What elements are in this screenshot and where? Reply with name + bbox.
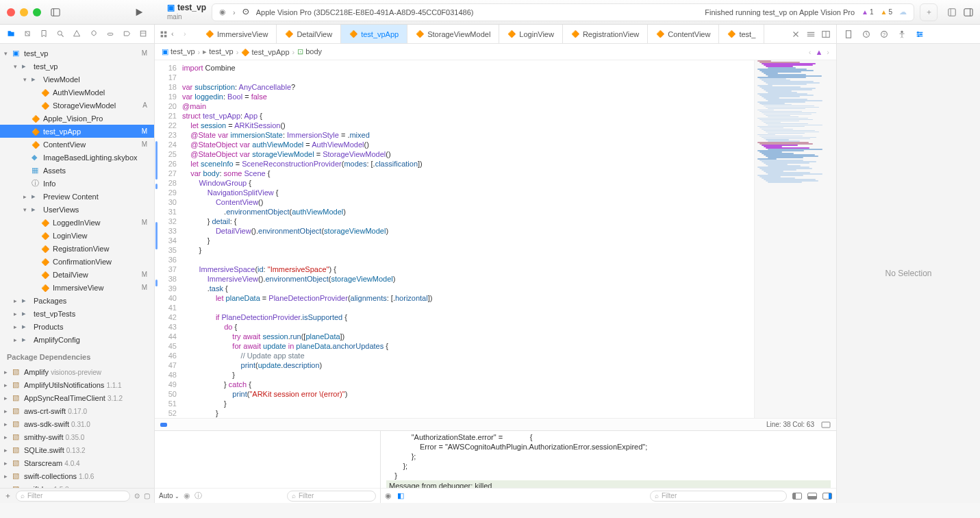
package-dependency-item[interactable]: ▸▧Starscream 4.0.4 bbox=[0, 456, 154, 469]
navigator-item[interactable]: 🔶StorageViewModelA bbox=[0, 99, 154, 112]
navigator-item[interactable]: 🔶ContentViewM bbox=[0, 138, 154, 151]
show-console-icon[interactable] bbox=[822, 493, 832, 500]
metal-debug-icon[interactable]: ◧ bbox=[397, 491, 404, 500]
package-dependency-item[interactable]: ▸▧smithy-swift 0.35.0 bbox=[0, 430, 154, 443]
navigator-item[interactable]: ▸▸Packages bbox=[0, 294, 154, 307]
editor-options-icon[interactable] bbox=[806, 29, 816, 39]
yellow-issue-badge[interactable]: ▲5 bbox=[881, 8, 892, 16]
debug-navigator-icon[interactable] bbox=[106, 29, 114, 39]
console-output[interactable]: "AuthorizationState.error" = { Error = "… bbox=[381, 431, 836, 488]
navigator-item[interactable]: 🔶DetailViewM bbox=[0, 268, 154, 281]
breadcrumb-segment[interactable]: 🔶 test_vpApp bbox=[241, 48, 289, 56]
navigator-item[interactable]: 🔶RegistrationView bbox=[0, 242, 154, 255]
breadcrumb-segment[interactable]: ▣ test_vp bbox=[162, 47, 195, 56]
auto-scope-selector[interactable]: Auto ⌄ bbox=[159, 492, 179, 500]
breadcrumb[interactable]: ▣ test_vp›▸ test_vp›🔶 test_vpApp›⊡ body‹… bbox=[155, 44, 836, 60]
navigator-item[interactable]: 🔶test_vpAppM bbox=[0, 125, 154, 138]
navigator-item[interactable]: ▸▸Preview Content bbox=[0, 190, 154, 203]
project-navigator-icon[interactable] bbox=[7, 29, 15, 39]
navigator-item[interactable]: ◆ImageBasedLighting.skybox bbox=[0, 151, 154, 164]
editor-tab[interactable]: 🔶test_ bbox=[719, 25, 764, 43]
console-output-toggle-icon[interactable]: ◉ bbox=[385, 491, 392, 500]
variables-filter[interactable]: ⌕ Filter bbox=[287, 491, 376, 502]
editor-tab[interactable]: 🔶DetailView bbox=[277, 25, 341, 43]
file-inspector-icon[interactable] bbox=[844, 29, 853, 39]
scheme-selector[interactable]: ▣test_vp main bbox=[167, 3, 206, 20]
editor-tab[interactable]: 🔶RegistrationView bbox=[563, 25, 648, 43]
adjust-editor-icon[interactable] bbox=[791, 29, 801, 39]
package-dependency-item[interactable]: ▸▧SQLite.swift 0.13.2 bbox=[0, 443, 154, 456]
navigator-item[interactable]: 🔶ImmersiveViewM bbox=[0, 281, 154, 294]
cloud-icon[interactable]: ☁︎ bbox=[899, 8, 907, 16]
navigator-item[interactable]: ⓘInfo bbox=[0, 177, 154, 190]
purple-issue-badge[interactable]: ▲1 bbox=[862, 8, 873, 16]
svg-marker-2 bbox=[136, 8, 143, 16]
add-target-icon[interactable]: ＋ bbox=[4, 491, 12, 501]
package-dependency-item[interactable]: ▸▧Amplify visionos-preview bbox=[0, 365, 154, 378]
editor-tab[interactable]: 🔶LoginView bbox=[499, 25, 563, 43]
navigator-item[interactable]: 🔶AuthViewModel bbox=[0, 86, 154, 99]
navigator-item[interactable]: ▾▸UserViews bbox=[0, 203, 154, 216]
source-control-navigator-icon[interactable] bbox=[23, 29, 32, 39]
navigator-item[interactable]: ▦Assets bbox=[0, 164, 154, 177]
package-dependency-item[interactable]: ▸▧AppSyncRealTimeClient 3.1.2 bbox=[0, 391, 154, 404]
navigator-item[interactable]: 🔶LoggedInViewM bbox=[0, 216, 154, 229]
package-dependency-item[interactable]: ▸▧aws-crt-swift 0.17.0 bbox=[0, 404, 154, 417]
library-icon[interactable] bbox=[947, 8, 957, 17]
console-filter[interactable]: ⌕ Filter bbox=[650, 491, 787, 502]
navigator-item[interactable]: ▾▣test_vpM bbox=[0, 47, 154, 60]
navigator-item[interactable]: ▸▸AmplifyConfig bbox=[0, 333, 154, 346]
issues-navigator-icon[interactable] bbox=[73, 29, 81, 39]
activity-view[interactable]: ◉ › ⵙ Apple Vision Pro (3D5C218E-E8E0-49… bbox=[212, 3, 914, 21]
reports-navigator-icon[interactable] bbox=[139, 29, 147, 39]
package-dependency-item[interactable]: ▸▧aws-sdk-swift 0.31.0 bbox=[0, 417, 154, 430]
show-debug-bar-icon[interactable] bbox=[807, 493, 817, 500]
minimap[interactable] bbox=[754, 60, 836, 418]
run-button[interactable] bbox=[134, 8, 144, 17]
navigator-item[interactable]: ▾▸ViewModel bbox=[0, 73, 154, 86]
package-dependency-item[interactable]: ▸▧AmplifyUtilsNotifications 1.1.1 bbox=[0, 378, 154, 391]
editor-tab[interactable]: 🔶ImmersiveView bbox=[197, 25, 277, 43]
show-variables-icon[interactable] bbox=[792, 493, 802, 500]
navigator-item[interactable]: ▸▸test_vpTests bbox=[0, 307, 154, 320]
related-items-icon[interactable] bbox=[159, 29, 168, 39]
code-body[interactable]: import Combinevar subscription: AnyCance… bbox=[181, 60, 754, 418]
breadcrumb-segment[interactable]: ⊡ body bbox=[297, 47, 322, 56]
sidebar-toggle-icon[interactable] bbox=[51, 8, 60, 17]
scm-filter-icon[interactable]: ⊙ bbox=[134, 492, 140, 500]
info-icon[interactable]: ⓘ bbox=[194, 491, 202, 501]
navigator-item[interactable]: 🔶Apple_Vision_Pro bbox=[0, 112, 154, 125]
breakpoint-navigator-icon[interactable] bbox=[123, 29, 131, 39]
issue-prev-icon[interactable]: ▲ bbox=[815, 48, 822, 56]
close-button[interactable] bbox=[7, 8, 15, 16]
forward-icon[interactable]: › bbox=[184, 29, 193, 39]
help-inspector-icon[interactable]: ? bbox=[879, 29, 889, 39]
attributes-inspector-icon[interactable] bbox=[915, 29, 925, 39]
navigator-item[interactable]: 🔶LoginView bbox=[0, 229, 154, 242]
inspector-toggle-icon[interactable] bbox=[964, 8, 973, 17]
navigator-item[interactable]: ▸▸Products bbox=[0, 320, 154, 333]
tests-navigator-icon[interactable] bbox=[90, 29, 98, 39]
bookmark-navigator-icon[interactable] bbox=[40, 29, 48, 39]
navigator-item[interactable]: 🔶ConfirmationView bbox=[0, 255, 154, 268]
accessibility-inspector-icon[interactable] bbox=[897, 29, 907, 39]
navigator-item[interactable]: ▾▸test_vp bbox=[0, 60, 154, 73]
recent-filter-icon[interactable]: ▢ bbox=[144, 492, 150, 500]
quicklook-icon[interactable]: ◉ bbox=[184, 491, 190, 500]
breadcrumb-segment[interactable]: ▸ test_vp bbox=[203, 47, 234, 56]
breakpoint-indicator[interactable] bbox=[160, 423, 167, 427]
navigator-filter[interactable]: ⌕ Filter bbox=[16, 491, 130, 502]
canvas-toggle-icon[interactable] bbox=[821, 421, 831, 428]
editor-tab[interactable]: 🔶StorageViewModel bbox=[407, 25, 499, 43]
history-inspector-icon[interactable] bbox=[862, 29, 871, 39]
editor-tab[interactable]: 🔶ContentView bbox=[648, 25, 719, 43]
back-icon[interactable]: ‹ bbox=[171, 29, 181, 39]
find-navigator-icon[interactable] bbox=[56, 29, 64, 39]
minimize-button[interactable] bbox=[20, 8, 28, 16]
add-editor-icon[interactable] bbox=[821, 29, 831, 39]
add-tab-button[interactable]: ＋ bbox=[920, 3, 938, 21]
editor-tab[interactable]: 🔶test_vpApp bbox=[341, 25, 407, 43]
package-dependency-item[interactable]: ▸▧swift-collections 1.0.6 bbox=[0, 469, 154, 482]
zoom-button[interactable] bbox=[33, 8, 41, 16]
code-editor[interactable]: 1617181920212223242526272829303132333435… bbox=[155, 60, 836, 418]
